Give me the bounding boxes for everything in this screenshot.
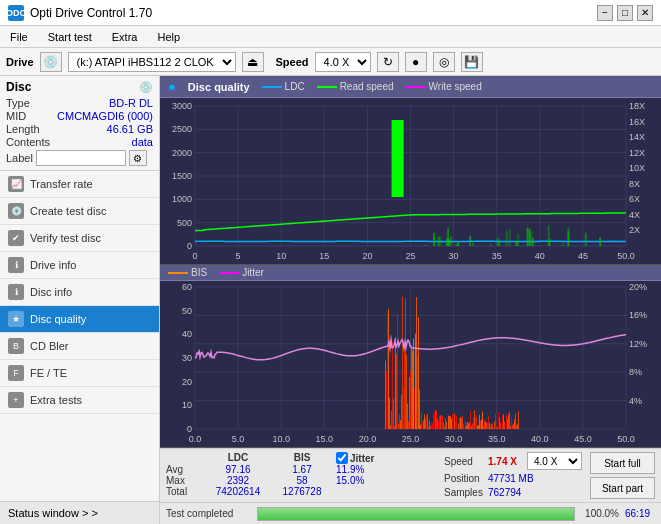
- nav-item-disc-info[interactable]: ℹ Disc info: [0, 279, 159, 306]
- menu-help[interactable]: Help: [151, 29, 186, 45]
- nav-label-create-test-disc: Create test disc: [30, 205, 106, 217]
- stat-max-ldc: 2392: [208, 475, 268, 486]
- minimize-button[interactable]: −: [597, 5, 613, 21]
- position-value: 47731 MB: [488, 473, 534, 484]
- stats-area: LDC BIS Jitter Avg 97.16 1.67 11.9% Max: [160, 448, 661, 502]
- nav-label-verify-test-disc: Verify test disc: [30, 232, 101, 244]
- app-title: Opti Drive Control 1.70: [30, 6, 152, 20]
- stat-avg-jitter: 11.9%: [336, 464, 416, 475]
- app-icon: ODC: [8, 5, 24, 21]
- progress-bar-inner: [258, 508, 574, 520]
- test-speed-select[interactable]: 4.0 X: [527, 452, 582, 470]
- nav-item-extra-tests[interactable]: + Extra tests: [0, 387, 159, 414]
- maximize-button[interactable]: □: [617, 5, 633, 21]
- nav-item-disc-quality[interactable]: ★ Disc quality: [0, 306, 159, 333]
- speed-select[interactable]: 4.0 X: [315, 52, 371, 72]
- disc-type-value: BD-R DL: [109, 97, 153, 109]
- stat-total-ldc: 74202614: [208, 486, 268, 497]
- legend-write-speed: Write speed: [406, 81, 482, 92]
- disc-section: Disc 💿 Type BD-R DL MID CMCMAGDI6 (000) …: [0, 76, 159, 171]
- stat-total-label: Total: [166, 486, 204, 497]
- disc-label-label: Label: [6, 152, 33, 164]
- nav-label-transfer-rate: Transfer rate: [30, 178, 93, 190]
- start-part-button[interactable]: Start part: [590, 477, 655, 499]
- stat-total-jitter: [336, 486, 416, 497]
- top-chart: [160, 98, 661, 264]
- disc-type-label: Type: [6, 97, 30, 109]
- speed-label: Speed: [276, 56, 309, 68]
- nav-item-verify-test-disc[interactable]: ✔ Verify test disc: [0, 225, 159, 252]
- menu-file[interactable]: File: [4, 29, 34, 45]
- bottom-chart: [160, 281, 661, 447]
- disc-icon: 💿: [139, 81, 153, 94]
- left-panel: Disc 💿 Type BD-R DL MID CMCMAGDI6 (000) …: [0, 76, 160, 524]
- nav-item-transfer-rate[interactable]: 📈 Transfer rate: [0, 171, 159, 198]
- start-full-button[interactable]: Start full: [590, 452, 655, 474]
- nav-item-cd-bler[interactable]: B CD Bler: [0, 333, 159, 360]
- menu-bar: File Start test Extra Help: [0, 26, 661, 48]
- nav-label-drive-info: Drive info: [30, 259, 76, 271]
- legend-bis: BIS: [168, 267, 207, 278]
- save-button[interactable]: 💾: [461, 52, 483, 72]
- nav-label-disc-quality: Disc quality: [30, 313, 86, 325]
- stat-max-jitter: 15.0%: [336, 475, 416, 486]
- refresh-button[interactable]: ↻: [377, 52, 399, 72]
- drive-info-icon: ℹ: [8, 257, 24, 273]
- disc-quality-icon: ★: [8, 311, 24, 327]
- samples-value: 762794: [488, 487, 521, 498]
- samples-key: Samples: [444, 487, 484, 498]
- right-panel: ● Disc quality LDC Read speed Write spee…: [160, 76, 661, 524]
- legend-ldc: LDC: [262, 81, 305, 92]
- nav-label-cd-bler: CD Bler: [30, 340, 69, 352]
- disc-label-input[interactable]: [36, 150, 126, 166]
- transfer-rate-icon: 📈: [8, 176, 24, 192]
- chart-title: Disc quality: [188, 81, 250, 93]
- disc-mid-label: MID: [6, 110, 26, 122]
- menu-start-test[interactable]: Start test: [42, 29, 98, 45]
- status-window-button[interactable]: Status window > >: [0, 501, 159, 524]
- nav-list: 📈 Transfer rate 💿 Create test disc ✔ Ver…: [0, 171, 159, 501]
- disc-length-value: 46.61 GB: [107, 123, 153, 135]
- legend-jitter: Jitter: [219, 267, 264, 278]
- drive-icon: 💿: [40, 52, 62, 72]
- speed-key: Speed: [444, 456, 484, 467]
- stat-total-bis: 1276728: [272, 486, 332, 497]
- disc-btn-2[interactable]: ◎: [433, 52, 455, 72]
- verify-test-disc-icon: ✔: [8, 230, 24, 246]
- extra-tests-icon: +: [8, 392, 24, 408]
- col-bis: BIS: [272, 452, 332, 464]
- drive-bar: Drive 💿 (k:) ATAPI iHBS112 2 CLOK ⏏ Spee…: [0, 48, 661, 76]
- disc-title: Disc: [6, 80, 31, 94]
- nav-item-create-test-disc[interactable]: 💿 Create test disc: [0, 198, 159, 225]
- nav-label-extra-tests: Extra tests: [30, 394, 82, 406]
- drive-label: Drive: [6, 56, 34, 68]
- create-test-disc-icon: 💿: [8, 203, 24, 219]
- progress-status: Test completed: [166, 508, 251, 519]
- disc-contents-value: data: [132, 136, 153, 148]
- disc-contents-label: Contents: [6, 136, 50, 148]
- close-button[interactable]: ✕: [637, 5, 653, 21]
- nav-item-drive-info[interactable]: ℹ Drive info: [0, 252, 159, 279]
- disc-length-label: Length: [6, 123, 40, 135]
- fe-te-icon: F: [8, 365, 24, 381]
- jitter-checkbox[interactable]: [336, 452, 348, 464]
- nav-label-disc-info: Disc info: [30, 286, 72, 298]
- stat-avg-label: Avg: [166, 464, 204, 475]
- disc-mid-value: CMCMAGDI6 (000): [57, 110, 153, 122]
- stat-avg-ldc: 97.16: [208, 464, 268, 475]
- progress-pct: 100.0%: [581, 508, 619, 519]
- status-window-label: Status window > >: [8, 507, 98, 519]
- legend-read-speed: Read speed: [317, 81, 394, 92]
- title-bar: ODC Opti Drive Control 1.70 − □ ✕: [0, 0, 661, 26]
- speed-value: 1.74 X: [488, 456, 523, 467]
- disc-label-button[interactable]: ⚙: [129, 150, 147, 166]
- stat-max-bis: 58: [272, 475, 332, 486]
- disc-btn-1[interactable]: ●: [405, 52, 427, 72]
- nav-item-fe-te[interactable]: F FE / TE: [0, 360, 159, 387]
- menu-extra[interactable]: Extra: [106, 29, 144, 45]
- eject-button[interactable]: ⏏: [242, 52, 264, 72]
- stat-avg-bis: 1.67: [272, 464, 332, 475]
- progress-time: 66:19: [625, 508, 655, 519]
- col-jitter: Jitter: [350, 453, 374, 464]
- drive-select[interactable]: (k:) ATAPI iHBS112 2 CLOK: [68, 52, 236, 72]
